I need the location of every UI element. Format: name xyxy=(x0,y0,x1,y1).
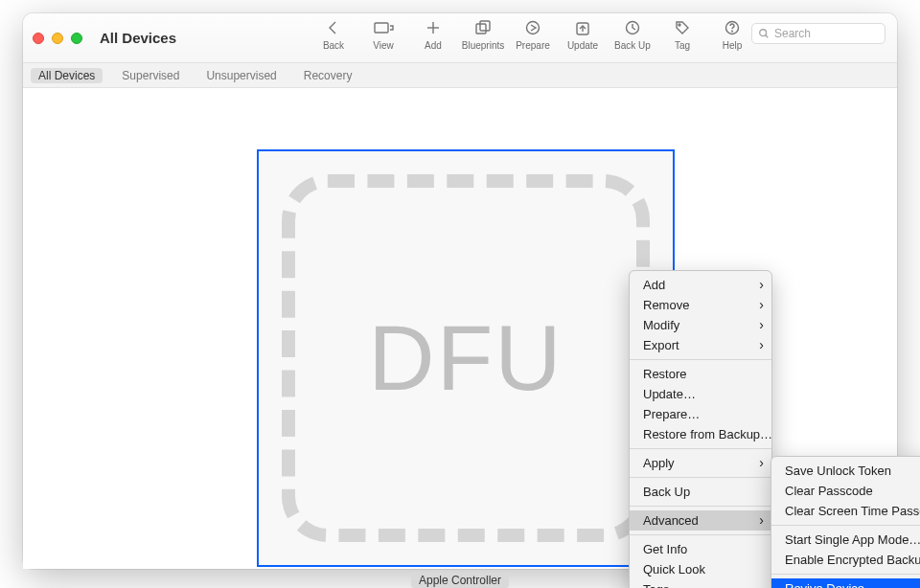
window-title: All Devices xyxy=(100,30,176,46)
prepare-icon xyxy=(521,17,544,38)
svg-point-12 xyxy=(760,30,767,36)
toolbar: Back View Add Blueprints Prepare Update xyxy=(309,17,757,51)
search-input[interactable]: Search xyxy=(751,23,886,44)
blueprints-icon xyxy=(472,17,494,38)
menu-export[interactable]: Export xyxy=(630,335,771,355)
menu-separator xyxy=(630,359,771,360)
backup-icon xyxy=(621,17,644,38)
submenu-save-unlock-token[interactable]: Save Unlock Token xyxy=(771,461,920,481)
app-window: All Devices Back View Add Blueprints Pre… xyxy=(23,13,897,569)
submenu-clear-screen-time[interactable]: Clear Screen Time Passcode xyxy=(771,501,920,521)
device-tile[interactable]: DFU xyxy=(257,149,675,567)
tag-button[interactable]: Tag xyxy=(657,17,707,51)
menu-remove[interactable]: Remove xyxy=(630,295,771,315)
plus-icon xyxy=(422,17,445,38)
menu-get-info[interactable]: Get Info xyxy=(630,539,771,559)
svg-line-13 xyxy=(766,35,769,38)
backup-button[interactable]: Back Up xyxy=(608,17,657,51)
svg-rect-4 xyxy=(480,21,490,31)
blueprints-button[interactable]: Blueprints xyxy=(458,17,508,51)
titlebar: All Devices Back View Add Blueprints Pre… xyxy=(23,13,897,63)
update-icon xyxy=(571,17,594,38)
tag-icon xyxy=(671,17,694,38)
toolbar-label: Help xyxy=(723,40,743,51)
menu-modify[interactable]: Modify xyxy=(630,315,771,335)
filter-all-devices[interactable]: All Devices xyxy=(31,68,103,83)
menu-update[interactable]: Update… xyxy=(630,384,771,404)
context-menu: Add Remove Modify Export Restore Update…… xyxy=(629,270,772,588)
menu-backup[interactable]: Back Up xyxy=(630,482,771,502)
svg-rect-3 xyxy=(476,24,486,34)
menu-quick-look[interactable]: Quick Look xyxy=(630,559,771,579)
toolbar-label: Back Up xyxy=(614,40,651,51)
add-button[interactable]: Add xyxy=(408,17,458,51)
menu-restore[interactable]: Restore xyxy=(630,364,771,384)
help-button[interactable]: Help xyxy=(707,17,757,51)
back-button[interactable]: Back xyxy=(309,17,358,51)
search-placeholder: Search xyxy=(774,27,811,40)
toolbar-label: Add xyxy=(425,40,442,51)
menu-apply[interactable]: Apply xyxy=(630,453,771,473)
filter-bar: All Devices Supervised Unsupervised Reco… xyxy=(23,63,897,88)
toolbar-label: View xyxy=(373,40,394,51)
submenu-encrypted-backups[interactable]: Enable Encrypted Backups… xyxy=(771,550,920,570)
update-button[interactable]: Update xyxy=(558,17,608,51)
help-icon xyxy=(721,17,744,38)
device-name-label: Apple Controller xyxy=(411,573,509,588)
menu-advanced[interactable]: Advanced xyxy=(630,510,771,531)
minimize-button[interactable] xyxy=(52,33,63,44)
toolbar-label: Blueprints xyxy=(462,40,504,51)
menu-separator xyxy=(630,534,771,535)
menu-restore-backup[interactable]: Restore from Backup… xyxy=(630,424,771,444)
submenu-single-app-mode[interactable]: Start Single App Mode… xyxy=(771,530,920,550)
close-button[interactable] xyxy=(33,33,44,44)
menu-tags[interactable]: Tags… xyxy=(630,579,771,588)
menu-separator xyxy=(771,574,920,575)
zoom-button[interactable] xyxy=(71,33,82,44)
menu-separator xyxy=(630,448,771,449)
view-button[interactable]: View xyxy=(358,17,408,51)
toolbar-label: Tag xyxy=(675,40,690,51)
menu-prepare[interactable]: Prepare… xyxy=(630,404,771,424)
filter-supervised[interactable]: Supervised xyxy=(114,68,187,83)
prepare-button[interactable]: Prepare xyxy=(508,17,558,51)
search-icon xyxy=(758,28,770,39)
svg-point-5 xyxy=(527,22,540,34)
svg-rect-0 xyxy=(375,23,388,33)
back-icon xyxy=(322,17,345,38)
advanced-submenu: Save Unlock Token Clear Passcode Clear S… xyxy=(770,456,920,588)
toolbar-label: Update xyxy=(567,40,598,51)
dfu-label: DFU xyxy=(368,305,563,411)
toolbar-label: Prepare xyxy=(516,40,550,51)
svg-point-11 xyxy=(732,31,733,32)
menu-separator xyxy=(630,506,771,507)
device-canvas: DFU Apple Controller Add Remove Modify E… xyxy=(23,88,897,569)
menu-add[interactable]: Add xyxy=(630,275,771,295)
svg-point-9 xyxy=(678,24,680,26)
submenu-clear-passcode[interactable]: Clear Passcode xyxy=(771,481,920,501)
menu-separator xyxy=(630,477,771,478)
submenu-revive-device[interactable]: Revive Device xyxy=(771,578,920,588)
toolbar-label: Back xyxy=(323,40,344,51)
traffic-lights xyxy=(33,33,82,44)
filter-unsupervised[interactable]: Unsupervised xyxy=(198,68,284,83)
view-icon xyxy=(372,17,395,38)
filter-recovery[interactable]: Recovery xyxy=(296,68,360,83)
menu-separator xyxy=(771,525,920,526)
